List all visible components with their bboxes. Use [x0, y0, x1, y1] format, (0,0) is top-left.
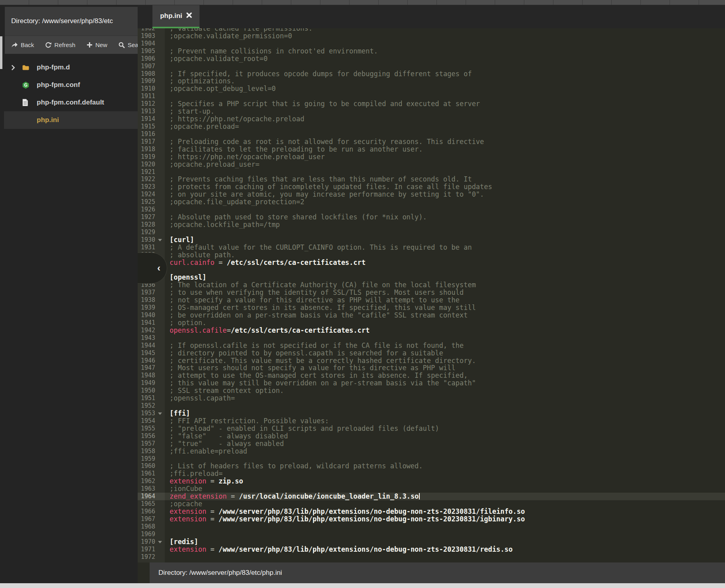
- code-line[interactable]: 1964zend_extension = /usr/local/ioncube/…: [138, 493, 725, 500]
- code-line[interactable]: 1971extension = /www/server/php/83/lib/p…: [138, 546, 725, 553]
- code-line[interactable]: 1916: [138, 130, 725, 138]
- code-line[interactable]: 1972: [138, 553, 725, 561]
- code-line[interactable]: 1914; https://php.net/opcache.preload: [138, 115, 725, 123]
- code-line[interactable]: 1926: [138, 206, 725, 213]
- code-line[interactable]: 1945; directory pointed to by openssl.ca…: [138, 349, 725, 357]
- code-line[interactable]: 1959: [138, 455, 725, 463]
- search-button[interactable]: Search: [119, 41, 138, 48]
- code-area[interactable]: 1902; validate cached file permissions.1…: [138, 28, 725, 562]
- code-line[interactable]: 1961;ffi.preload=: [138, 470, 725, 478]
- code-line[interactable]: 1942openssl.cafile=/etc/ssl/certs/ca-cer…: [138, 327, 725, 334]
- code-line[interactable]: 1922; Prevents caching files that are le…: [138, 176, 725, 183]
- code-line[interactable]: 1943: [138, 334, 725, 342]
- sidebar-toolbar: Back Refresh New Search: [5, 36, 138, 54]
- code-line[interactable]: 1966extension = /www/server/php/83/lib/p…: [138, 508, 725, 515]
- code-line[interactable]: 1924; on your site are atomic, you may i…: [138, 191, 725, 198]
- line-number: 1919: [138, 153, 165, 161]
- code-line[interactable]: 1967extension = /www/server/php/83/lib/p…: [138, 515, 725, 523]
- code-line[interactable]: 1960; List of headers files to preload, …: [138, 462, 725, 470]
- sidebar-item-php-fpm.d[interactable]: php-fpm.d: [0, 59, 138, 76]
- code-line[interactable]: 1937; to use when verifying the identity…: [138, 289, 725, 296]
- tab-php-ini[interactable]: php.ini: [152, 5, 200, 28]
- code-line[interactable]: 1938; not specify a value for this direc…: [138, 296, 725, 304]
- code-line[interactable]: 1905; Prevent name collisions in chroot'…: [138, 47, 725, 55]
- code-line[interactable]: 1915;opcache.preload=: [138, 123, 725, 130]
- code-line[interactable]: 1909; optimizations.: [138, 77, 725, 85]
- code-line[interactable]: 1913; start-up.: [138, 108, 725, 115]
- code-line[interactable]: 1947; Most users should not specify a va…: [138, 364, 725, 372]
- code-line[interactable]: 1923; protects from caching of incomplet…: [138, 183, 725, 191]
- back-button[interactable]: Back: [11, 41, 34, 48]
- code-line[interactable]: 1969: [138, 531, 725, 538]
- line-number: 1945: [138, 349, 165, 357]
- code-line[interactable]: 1936; The location of a Certificate Auth…: [138, 281, 725, 289]
- fold-marker-icon[interactable]: [158, 412, 162, 415]
- code-line[interactable]: 1906;opcache.validate_root=0: [138, 55, 725, 63]
- code-line[interactable]: 1907: [138, 63, 725, 70]
- code-line[interactable]: 1939; OS-managed cert stores in its abse…: [138, 304, 725, 312]
- sidebar-item-php.ini[interactable]: php.ini: [4, 111, 138, 129]
- chevron-right-icon[interactable]: [11, 65, 22, 71]
- code-line[interactable]: 1934: [138, 266, 725, 274]
- line-number: 1944: [138, 342, 165, 349]
- code-line[interactable]: 1949; this value may still be overridden…: [138, 379, 725, 387]
- line-number: 1914: [138, 115, 165, 123]
- code-line[interactable]: 1931; A default value for the CURLOPT_CA…: [138, 244, 725, 251]
- code-line[interactable]: 1954; FFI API restriction. Possible valu…: [138, 417, 725, 425]
- code-line[interactable]: 1935[openssl]: [138, 274, 725, 281]
- code-line[interactable]: 1952: [138, 402, 725, 410]
- code-text: [165, 63, 170, 70]
- sidebar-item-php-fpm.conf.default[interactable]: php-fpm.conf.default: [0, 94, 138, 111]
- code-line[interactable]: 1963;ionCube: [138, 485, 725, 493]
- code-line[interactable]: 1950; SSL stream context option.: [138, 387, 725, 395]
- code-line[interactable]: 1946; certificate. This value must be a …: [138, 357, 725, 365]
- line-number: 1915: [138, 123, 165, 130]
- code-line[interactable]: 1932; absolute path.: [138, 251, 725, 259]
- code-line[interactable]: 1911: [138, 93, 725, 100]
- code-line[interactable]: 1927; Absolute path used to store shared…: [138, 213, 725, 221]
- refresh-button[interactable]: Refresh: [45, 41, 75, 48]
- code-line[interactable]: 1929: [138, 229, 725, 236]
- code-line[interactable]: 1928;opcache.lockfile_path=/tmp: [138, 221, 725, 229]
- code-line[interactable]: 1958;ffi.enable=preload: [138, 448, 725, 455]
- code-line[interactable]: 1903;opcache.validate_permission=0: [138, 32, 725, 40]
- statusbar-path-label: Directory: /www/server/php/83/etc/php.in…: [158, 569, 282, 577]
- line-number: 1958: [138, 448, 165, 455]
- code-line[interactable]: 1910;opcache.opt_debug_level=0: [138, 85, 725, 93]
- line-number: 1972: [138, 553, 165, 561]
- code-line[interactable]: 1953[ffi]: [138, 410, 725, 417]
- code-line[interactable]: 1948; attempt to use the OS-managed cert…: [138, 372, 725, 379]
- code-line[interactable]: 1965;opcache: [138, 500, 725, 508]
- code-line[interactable]: 1921: [138, 168, 725, 176]
- new-label: New: [95, 41, 107, 48]
- code-line[interactable]: 1930[curl]: [138, 236, 725, 244]
- sidebar-item-php-fpm.conf[interactable]: Gphp-fpm.conf: [0, 76, 138, 94]
- code-line[interactable]: 1956; "false" - always disabled: [138, 432, 725, 440]
- code-line[interactable]: 1925;opcache.file_update_protection=2: [138, 198, 725, 206]
- code-line[interactable]: 1968: [138, 523, 725, 531]
- code-line[interactable]: 1962extension = zip.so: [138, 478, 725, 485]
- line-number: 1920: [138, 161, 165, 168]
- line-number: 1904: [138, 40, 165, 47]
- code-line[interactable]: 1957; "true" - always enabled: [138, 440, 725, 448]
- code-line[interactable]: 1908; If specified, it produces opcode d…: [138, 70, 725, 78]
- code-line[interactable]: 1919; https://php.net/opcache.preload_us…: [138, 153, 725, 161]
- fold-marker-icon[interactable]: [158, 239, 162, 241]
- code-line[interactable]: 1944; If openssl.cafile is not specified…: [138, 342, 725, 349]
- code-line[interactable]: 1970[redis]: [138, 538, 725, 546]
- new-button[interactable]: New: [87, 41, 107, 48]
- code-line[interactable]: 1920;opcache.preload_user=: [138, 161, 725, 168]
- code-line[interactable]: 1904: [138, 40, 725, 47]
- code-line[interactable]: 1941; option.: [138, 319, 725, 327]
- code-line[interactable]: 1917; Preloading code as root is not all…: [138, 138, 725, 146]
- code-line[interactable]: 1933curl.cainfo = /etc/ssl/certs/ca-cert…: [138, 259, 725, 266]
- fold-marker-icon[interactable]: [158, 541, 162, 543]
- code-line[interactable]: 1940; be overridden on a per-stream basi…: [138, 312, 725, 319]
- code-text: [165, 229, 170, 236]
- code-line[interactable]: 1918; facilitates to let the preloading …: [138, 146, 725, 153]
- code-line[interactable]: 1951;openssl.capath=: [138, 395, 725, 402]
- close-icon[interactable]: [186, 12, 192, 20]
- code-line[interactable]: 1912; Specifies a PHP script that is goi…: [138, 100, 725, 108]
- code-line[interactable]: 1955; "preload" - enabled in CLI scripts…: [138, 425, 725, 432]
- code-text: extension = /www/server/php/83/lib/php/e…: [165, 546, 513, 553]
